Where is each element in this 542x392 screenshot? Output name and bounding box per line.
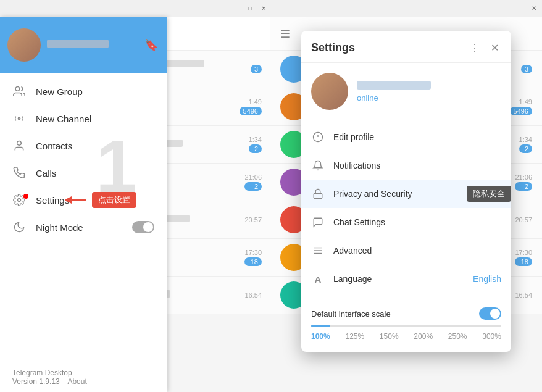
app-name: Telegram Desktop: [12, 369, 154, 377]
scale-toggle[interactable]: [479, 307, 501, 320]
click-settings-tooltip: 点击设置: [92, 192, 136, 208]
sidebar-username: [47, 40, 109, 48]
svg-point-3: [18, 199, 21, 202]
settings-advanced[interactable]: Advanced: [301, 236, 511, 265]
right-titlebar: — □ ✕: [270, 0, 542, 17]
scale-slider-track[interactable]: [311, 325, 501, 327]
settings-language[interactable]: A Language English: [301, 265, 511, 293]
contacts-icon: [12, 139, 26, 152]
sidebar-item-contacts[interactable]: Contacts: [0, 132, 167, 159]
settings-scale: Default interface scale 100% 125% 150% 2…: [301, 299, 511, 349]
new-channel-icon: [12, 112, 26, 125]
language-label: Language: [333, 274, 464, 284]
settings-annotation: 点击设置: [65, 192, 136, 208]
settings-more-btn[interactable]: ⋮: [467, 41, 482, 55]
maximize-btn-left[interactable]: □: [246, 4, 254, 13]
settings-chat-settings[interactable]: Chat Settings: [301, 208, 511, 236]
scale-options: 100% 125% 150% 200% 250% 300%: [311, 332, 501, 341]
sidebar-item-calls[interactable]: Calls: [0, 159, 167, 186]
sidebar-menu: New Group New Channel: [0, 73, 167, 246]
sidebar-item-night-mode[interactable]: Night Mode: [0, 214, 167, 241]
settings-profile: online: [301, 63, 511, 120]
settings-notifications[interactable]: Notifications: [301, 151, 511, 180]
scale-option-150[interactable]: 150%: [380, 332, 399, 341]
settings-badge: [23, 194, 28, 199]
bookmark-icon[interactable]: 🔖: [144, 38, 158, 52]
settings-close-btn[interactable]: ✕: [488, 41, 501, 55]
settings-modal: Settings ⋮ ✕ online: [301, 31, 511, 352]
scale-option-100[interactable]: 100%: [311, 332, 330, 341]
close-btn-right[interactable]: ✕: [530, 4, 538, 13]
svg-point-0: [15, 87, 20, 91]
edit-profile-icon: [311, 130, 325, 144]
night-mode-toggle[interactable]: [132, 221, 154, 233]
scale-option-200[interactable]: 200%: [414, 332, 433, 341]
sidebar: 🔖 New Group: [0, 17, 167, 392]
settings-avatar: [311, 73, 348, 110]
new-group-label: New Group: [36, 86, 83, 97]
language-icon: A: [311, 272, 325, 286]
avatar: [7, 28, 41, 62]
close-btn-left[interactable]: ✕: [259, 4, 268, 13]
chat-settings-label: Chat Settings: [333, 217, 501, 227]
settings-menu: Edit profile Notifications: [301, 120, 511, 352]
privacy-tooltip: 隐私安全: [467, 186, 511, 202]
sidebar-footer: Telegram Desktop Version 1.9.13 – About: [0, 362, 167, 392]
settings-titlebar: Settings ⋮ ✕: [301, 31, 511, 63]
red-arrow-icon: [65, 194, 90, 206]
settings-title: Settings: [311, 41, 355, 54]
right-window: — □ ✕ ☰ code to anyone, eve... 3 rificac…: [270, 0, 542, 392]
minimize-btn-right[interactable]: —: [502, 4, 511, 13]
svg-point-2: [17, 141, 22, 146]
advanced-icon: [311, 244, 325, 257]
sidebar-item-settings[interactable]: Settings 点击设置: [0, 186, 167, 214]
scale-option-300[interactable]: 300%: [482, 332, 501, 341]
privacy-icon: [311, 187, 325, 201]
settings-title-actions: ⋮ ✕: [467, 41, 501, 55]
sidebar-user-info: [47, 40, 159, 51]
app-version: Version 1.9.13 – About: [12, 377, 154, 386]
contacts-label: Contacts: [36, 141, 72, 151]
minimize-btn-left[interactable]: —: [232, 4, 241, 13]
night-mode-icon: [12, 220, 26, 234]
svg-rect-8: [314, 193, 322, 198]
privacy-security-label: Privacy and Security: [333, 189, 484, 199]
calls-icon: [12, 166, 26, 180]
settings-edit-profile[interactable]: Edit profile: [301, 123, 511, 151]
chat-settings-icon: [311, 215, 325, 229]
sidebar-item-new-group[interactable]: New Group: [0, 78, 167, 105]
advanced-label: Advanced: [333, 246, 501, 256]
notifications-icon: [311, 159, 325, 172]
night-mode-label: Night Mode: [36, 222, 83, 233]
scale-label-text: Default interface scale: [311, 309, 391, 319]
new-channel-label: New Channel: [36, 114, 91, 124]
new-group-icon: [12, 85, 26, 98]
calls-label: Calls: [36, 168, 56, 178]
left-titlebar: — □ ✕: [0, 0, 272, 17]
settings-divider: [301, 296, 511, 296]
scale-option-125[interactable]: 125%: [345, 332, 364, 341]
left-window: — □ ✕ code to anyone, eve... 3 rificació…: [0, 0, 272, 392]
hamburger-icon: ☰: [280, 27, 290, 41]
maximize-btn-right[interactable]: □: [516, 4, 525, 13]
settings-user-info: online: [357, 81, 431, 102]
settings-status: online: [357, 93, 431, 102]
settings-privacy-security[interactable]: Privacy and Security 隐私安全: [301, 180, 511, 208]
edit-profile-label: Edit profile: [333, 132, 501, 142]
settings-username-bar: [357, 81, 431, 90]
language-value: English: [473, 274, 501, 284]
notifications-label: Notifications: [333, 161, 501, 170]
sidebar-item-new-channel[interactable]: New Channel: [0, 105, 167, 132]
sidebar-header: 🔖: [0, 17, 167, 73]
scale-option-250[interactable]: 250%: [448, 332, 467, 341]
scale-slider-fill: [311, 325, 330, 327]
